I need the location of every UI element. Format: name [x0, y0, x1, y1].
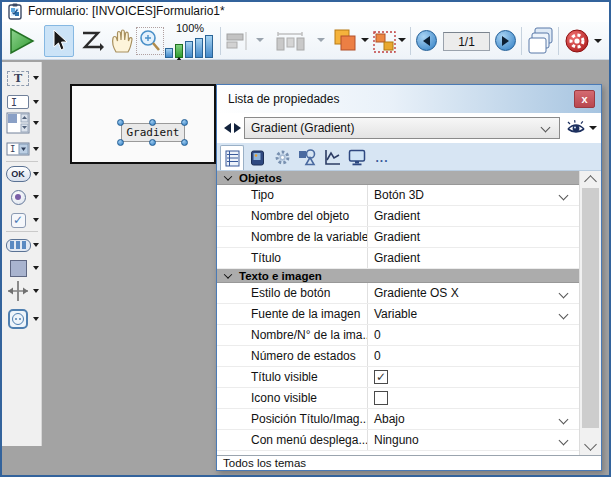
- zoom-bar-3[interactable]: [185, 41, 193, 58]
- rectangle-tool-icon: [10, 260, 27, 277]
- checkbox-checked[interactable]: ✓: [374, 370, 388, 384]
- rectangle-tool-dropdown-icon[interactable]: [33, 266, 39, 270]
- plugin-tool-dropdown-icon[interactable]: [33, 317, 39, 321]
- tab-data[interactable]: [245, 145, 269, 170]
- property-value[interactable]: Ninguno: [368, 430, 579, 450]
- level-tool-button[interactable]: [331, 28, 359, 54]
- sidebar-item-rectangle[interactable]: [2, 258, 42, 278]
- tab-display[interactable]: [345, 145, 369, 170]
- splitter-tool-dropdown-icon[interactable]: [33, 289, 39, 293]
- button-tool-dropdown-icon[interactable]: [33, 172, 39, 176]
- property-value[interactable]: Variable: [368, 304, 579, 324]
- tab-property-list[interactable]: [220, 145, 244, 170]
- listbox-tool-dropdown-icon[interactable]: [33, 121, 39, 125]
- zoom-bar-5[interactable]: [205, 35, 213, 58]
- tab-control-tool-icon: [6, 239, 31, 252]
- selection-handle[interactable]: [117, 139, 124, 146]
- tab-more[interactable]: ...: [370, 145, 394, 170]
- scroll-up-icon[interactable]: [584, 175, 597, 188]
- form-pages-button[interactable]: [526, 26, 556, 56]
- scroll-down-icon[interactable]: [584, 438, 597, 451]
- data-tab-icon: [250, 150, 265, 166]
- execute-form-button[interactable]: [8, 27, 36, 55]
- selection-handle[interactable]: [181, 139, 188, 146]
- zoom-tool-button[interactable]: [136, 27, 164, 55]
- next-page-button[interactable]: [495, 30, 516, 51]
- selection-handle[interactable]: [117, 119, 124, 126]
- scrollbar-thumb[interactable]: [582, 188, 599, 428]
- object-selector-combobox[interactable]: Gradient (Gradient): [244, 117, 560, 139]
- dropdown-chevron-icon[interactable]: [559, 289, 569, 299]
- property-row: Posición Título/Imag...Abajo: [217, 409, 579, 430]
- property-value[interactable]: Gradient: [368, 227, 579, 247]
- combobox-tool-dropdown-icon[interactable]: [33, 147, 39, 151]
- checkbox-tool-dropdown-icon[interactable]: [33, 218, 39, 222]
- group-dropdown-icon[interactable]: [398, 38, 406, 42]
- tab-events[interactable]: [320, 145, 344, 170]
- text-tool-dropdown-icon[interactable]: [33, 76, 39, 80]
- previous-object-icon[interactable]: [224, 123, 231, 133]
- selection-handle[interactable]: [149, 139, 156, 146]
- zoom-bar-1[interactable]: [165, 48, 173, 58]
- sidebar-item-combobox[interactable]: I: [2, 139, 42, 159]
- tab-options[interactable]: [270, 145, 294, 170]
- eye-dropdown-icon[interactable]: [589, 126, 597, 130]
- dropdown-chevron-icon[interactable]: [559, 415, 569, 425]
- sidebar-item-button[interactable]: OK: [2, 164, 42, 184]
- zoom-bars[interactable]: [165, 35, 215, 58]
- view-options-eye-icon[interactable]: [566, 120, 586, 135]
- selection-tool-button[interactable]: [44, 25, 74, 57]
- sidebar-item-listbox[interactable]: [2, 113, 42, 137]
- panel-titlebar[interactable]: Lista de propiedades: [217, 85, 601, 113]
- sidebar-item-text[interactable]: T: [2, 68, 42, 88]
- move-tool-button[interactable]: [108, 27, 136, 55]
- next-object-icon[interactable]: [234, 123, 241, 133]
- dropdown-chevron-icon[interactable]: [559, 310, 569, 320]
- property-value[interactable]: Abajo: [368, 409, 579, 429]
- section-header[interactable]: Objetos: [217, 171, 579, 185]
- property-value[interactable]: 0: [368, 325, 579, 345]
- property-value[interactable]: 0: [368, 346, 579, 366]
- group-tool-button[interactable]: [372, 30, 398, 54]
- distribute-tools-button-disabled: [274, 30, 310, 52]
- property-value[interactable]: Gradient: [368, 248, 579, 268]
- sidebar-item-input[interactable]: I: [2, 92, 42, 112]
- sidebar-item-plugin[interactable]: [2, 309, 42, 333]
- property-value[interactable]: ✓: [368, 367, 579, 387]
- property-value[interactable]: Botón 3D: [368, 185, 579, 205]
- radio-tool-dropdown-icon[interactable]: [33, 195, 39, 199]
- checkbox-unchecked[interactable]: [374, 391, 388, 405]
- run-settings-dropdown-icon[interactable]: [594, 39, 602, 43]
- tab-coordinates[interactable]: [295, 145, 319, 170]
- object-selector-row: Gradient (Gradient): [217, 113, 601, 143]
- input-tool-dropdown-icon[interactable]: [33, 100, 39, 104]
- toolbar-separator: [220, 27, 221, 55]
- property-label: Nombre/N° de la ima...: [217, 325, 368, 345]
- level-icon: [331, 28, 359, 54]
- panel-close-button[interactable]: x: [574, 90, 595, 108]
- selection-handle[interactable]: [149, 119, 156, 126]
- selection-handle[interactable]: [181, 119, 188, 126]
- property-value[interactable]: Gradient: [368, 206, 579, 226]
- section-header[interactable]: Texto e imagen: [217, 269, 579, 283]
- property-row: Nombre de la variableGradient: [217, 227, 579, 248]
- sidebar-item-checkbox[interactable]: ✓: [2, 210, 42, 230]
- run-settings-button[interactable]: [564, 28, 590, 54]
- page-indicator-field[interactable]: 1/1: [443, 32, 490, 51]
- tab-control-dropdown-icon[interactable]: [33, 243, 39, 247]
- property-value[interactable]: Gradiente OS X: [368, 283, 579, 303]
- dropdown-chevron-icon[interactable]: [559, 191, 569, 201]
- previous-page-button[interactable]: [416, 30, 437, 51]
- dropdown-chevron-icon[interactable]: [559, 436, 569, 446]
- zoom-bar-current[interactable]: [175, 44, 183, 58]
- sidebar-item-tab-control[interactable]: [2, 235, 42, 255]
- entry-order-tool-button[interactable]: [79, 28, 105, 54]
- property-row: TítuloGradient: [217, 248, 579, 269]
- sidebar-item-radio[interactable]: [2, 187, 42, 207]
- zoom-bar-4[interactable]: [195, 38, 203, 58]
- panel-scrollbar[interactable]: [579, 171, 601, 455]
- sidebar-item-splitter[interactable]: [2, 281, 42, 305]
- property-value[interactable]: [368, 388, 579, 408]
- toolbar-separator: [521, 27, 522, 55]
- level-dropdown-icon[interactable]: [361, 38, 369, 42]
